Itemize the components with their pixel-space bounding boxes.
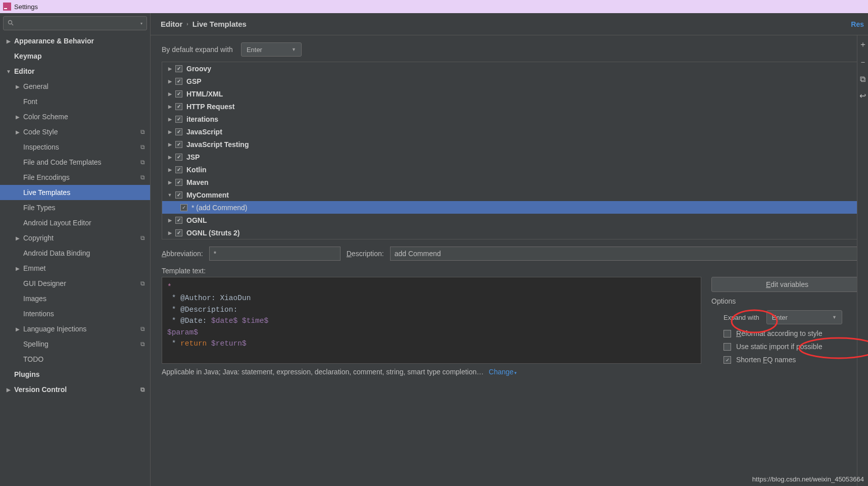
sidebar-item[interactable]: ▶Intentions xyxy=(0,306,150,321)
template-group[interactable]: ▶✓Maven xyxy=(162,176,862,188)
change-contexts-link[interactable]: Change▾ xyxy=(489,368,517,376)
tree-arrow-icon: ▶ xyxy=(166,66,173,71)
sidebar-item[interactable]: ▶Android Layout Editor xyxy=(0,215,150,230)
sidebar-item[interactable]: ▶Code Style⧉ xyxy=(0,124,150,139)
template-checkbox[interactable]: ✓ xyxy=(175,65,182,72)
tree-arrow-icon: ▶ xyxy=(166,79,173,84)
applicable-contexts: Applicable in Java; Java: statement, exp… xyxy=(162,368,484,376)
templates-tree[interactable]: ▶✓Groovy▶✓GSP▶✓HTML/XML▶✓HTTP Request▶✓i… xyxy=(162,62,863,239)
template-options-panel: Edit variables Options Expand with Enter… xyxy=(711,277,863,364)
template-group[interactable]: ▶✓HTTP Request xyxy=(162,100,862,113)
sidebar-item[interactable]: ▶Copyright⧉ xyxy=(0,230,150,246)
tree-arrow-icon: ▶ xyxy=(166,180,173,185)
sidebar-item[interactable]: ▶GUI Designer⧉ xyxy=(0,276,150,291)
expand-with-select[interactable]: Enter ▼ xyxy=(766,310,842,324)
chevron-right-icon: › xyxy=(186,21,188,27)
sidebar-item[interactable]: ▶General xyxy=(0,79,150,94)
template-group[interactable]: ▶✓Groovy xyxy=(162,62,862,75)
reset-link[interactable]: Res xyxy=(851,20,864,28)
sidebar-item[interactable]: ▶Appearance & Behavior xyxy=(0,33,150,48)
template-group[interactable]: ▼✓MyComment xyxy=(162,188,862,201)
tree-toolbar: ＋ － ⧉ ↩ xyxy=(857,35,868,486)
template-checkbox[interactable]: ✓ xyxy=(175,191,182,199)
svg-line-3 xyxy=(12,24,13,25)
abbreviation-label: Abbreviation: xyxy=(162,250,203,258)
add-icon[interactable]: ＋ xyxy=(859,39,867,50)
abbreviation-input[interactable] xyxy=(209,247,341,261)
sidebar-item[interactable]: ▼Editor xyxy=(0,64,150,79)
static-import-checkbox[interactable] xyxy=(724,343,731,351)
template-item[interactable]: ✓* (add Commend) xyxy=(162,201,862,214)
sidebar-item[interactable]: ▶File Encodings⧉ xyxy=(0,170,150,185)
expand-with-label: Expand with xyxy=(724,314,759,321)
sidebar-item[interactable]: ▶Plugins xyxy=(0,367,150,382)
sidebar-item[interactable]: ▶TODO xyxy=(0,352,150,367)
template-group[interactable]: ▶✓OGNL (Struts 2) xyxy=(162,226,862,239)
sidebar-item-label: Version Control xyxy=(14,385,67,394)
template-group[interactable]: ▶✓iterations xyxy=(162,113,862,125)
sidebar-item[interactable]: ▶Emmet xyxy=(0,261,150,276)
default-expand-select[interactable]: Enter ▼ xyxy=(241,42,302,57)
tree-arrow-icon: ▶ xyxy=(14,326,21,332)
tree-arrow-icon: ▶ xyxy=(14,266,21,271)
template-label: JavaScript xyxy=(186,128,222,136)
template-checkbox[interactable]: ✓ xyxy=(175,90,182,98)
template-checkbox[interactable]: ✓ xyxy=(175,128,182,135)
tree-arrow-icon: ▶ xyxy=(5,387,12,393)
search-input[interactable]: ▾ xyxy=(3,16,147,30)
sidebar-item[interactable]: ▶Color Scheme xyxy=(0,109,150,124)
sidebar-item[interactable]: ▶Inspections⧉ xyxy=(0,139,150,155)
breadcrumb-root[interactable]: Editor xyxy=(161,20,182,28)
breadcrumb: Editor › Live Templates Res xyxy=(151,13,868,35)
sidebar-item[interactable]: ▶Android Data Binding xyxy=(0,246,150,261)
sidebar-item-label: Live Templates xyxy=(23,188,70,197)
remove-icon[interactable]: － xyxy=(859,57,867,68)
restore-icon[interactable]: ↩ xyxy=(859,91,866,101)
sidebar-item-label: TODO xyxy=(23,355,43,363)
template-checkbox[interactable]: ✓ xyxy=(175,154,182,161)
template-label: Maven xyxy=(186,178,209,186)
template-group[interactable]: ▶✓OGNL xyxy=(162,214,862,226)
template-text-editor[interactable]: * * @Author: XiaoDun * @Description: * @… xyxy=(162,277,701,364)
sidebar-item[interactable]: ▶Keymap xyxy=(0,48,150,64)
template-label: * (add Commend) xyxy=(191,204,248,212)
template-group[interactable]: ▶✓Kotlin xyxy=(162,163,862,176)
app-icon xyxy=(3,3,11,11)
expand-with-value: Enter xyxy=(772,314,788,321)
template-checkbox[interactable]: ✓ xyxy=(180,204,187,211)
template-checkbox[interactable]: ✓ xyxy=(175,103,182,110)
reformat-checkbox[interactable] xyxy=(724,330,731,337)
sidebar-item[interactable]: ▶Language Injections⧉ xyxy=(0,321,150,336)
description-input[interactable] xyxy=(390,247,863,261)
tree-arrow-icon: ▶ xyxy=(14,114,21,120)
template-checkbox[interactable]: ✓ xyxy=(175,229,182,236)
sidebar-item-label: Code Style xyxy=(23,128,58,136)
template-checkbox[interactable]: ✓ xyxy=(175,116,182,123)
template-group[interactable]: ▶✓JSP xyxy=(162,151,862,163)
nav-tree: ▶Appearance & Behavior▶Keymap▼Editor▶Gen… xyxy=(0,33,150,486)
sidebar-item[interactable]: ▶Version Control⧉ xyxy=(0,382,150,397)
template-group[interactable]: ▶✓JavaScript xyxy=(162,125,862,138)
template-group[interactable]: ▶✓HTML/XML xyxy=(162,87,862,100)
copy-icon[interactable]: ⧉ xyxy=(860,75,865,84)
sidebar-item[interactable]: ▶File and Code Templates⧉ xyxy=(0,155,150,170)
sidebar-item-label: Images xyxy=(23,295,46,303)
shorten-fq-checkbox[interactable]: ✓ xyxy=(724,356,731,364)
edit-variables-button[interactable]: Edit variables xyxy=(711,277,863,292)
template-checkbox[interactable]: ✓ xyxy=(175,141,182,148)
template-group[interactable]: ▶✓JavaScript Testing xyxy=(162,138,862,151)
template-checkbox[interactable]: ✓ xyxy=(175,217,182,224)
template-checkbox[interactable]: ✓ xyxy=(175,78,182,85)
sidebar-item[interactable]: ▶Font xyxy=(0,94,150,109)
sidebar-item[interactable]: ▶File Types xyxy=(0,200,150,215)
template-group[interactable]: ▶✓GSP xyxy=(162,75,862,87)
sidebar-item[interactable]: ▶Live Templates xyxy=(0,185,150,200)
sidebar-item[interactable]: ▶Spelling⧉ xyxy=(0,336,150,352)
sidebar-item-label: Intentions xyxy=(23,310,54,318)
template-checkbox[interactable]: ✓ xyxy=(175,179,182,186)
template-checkbox[interactable]: ✓ xyxy=(175,166,182,173)
sidebar-item[interactable]: ▶Images xyxy=(0,291,150,306)
tree-arrow-icon: ▼ xyxy=(166,192,173,198)
sidebar-item-label: Keymap xyxy=(14,52,41,60)
template-label: Groovy xyxy=(186,65,211,73)
